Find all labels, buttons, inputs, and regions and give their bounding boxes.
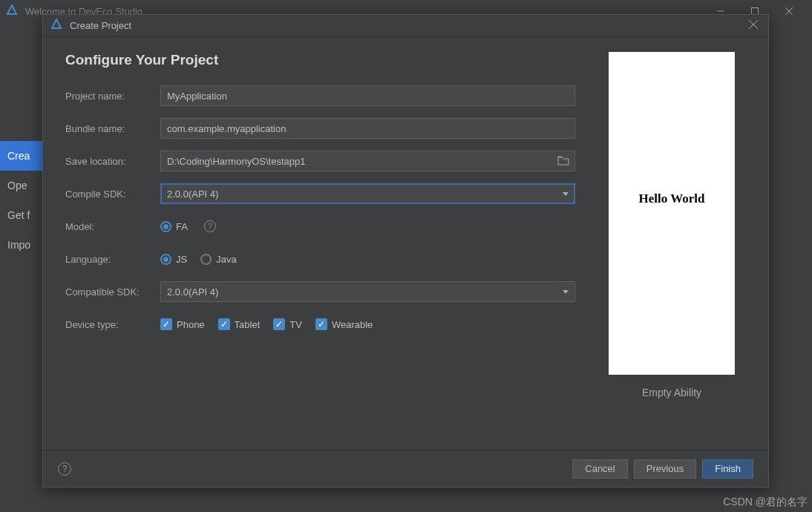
language-js-label: JS <box>176 254 187 265</box>
project-name-input[interactable] <box>160 85 575 106</box>
label-save-location: Save location: <box>65 156 160 167</box>
device-check-wearable[interactable]: ✓ Wearable <box>315 318 373 330</box>
dialog-logo-icon <box>50 19 62 33</box>
model-help-icon[interactable]: ? <box>204 220 216 232</box>
label-device-type: Device type: <box>65 319 160 330</box>
dialog-heading: Configure Your Project <box>65 52 575 68</box>
model-radio-fa[interactable]: FA <box>160 221 188 232</box>
sidebar-item-create[interactable]: Crea <box>0 141 45 171</box>
preview-template-label: Empty Ability <box>642 387 701 398</box>
compatible-sdk-select[interactable]: 2.0.0(API 4) <box>160 281 575 302</box>
sidebar-item-open[interactable]: Ope <box>0 171 45 200</box>
checkbox-checked-icon: ✓ <box>273 318 285 330</box>
previous-button[interactable]: Previous <box>634 459 697 479</box>
label-model: Model: <box>65 221 160 232</box>
dropdown-icon <box>563 192 569 196</box>
preview-column: Hello World Empty Ability <box>597 52 746 442</box>
watermark-text: CSDN @君的名字 <box>723 496 808 509</box>
save-location-input[interactable] <box>160 151 575 171</box>
sidebar-item-get[interactable]: Get f <box>0 200 45 230</box>
device-check-tablet[interactable]: ✓ Tablet <box>218 318 261 330</box>
radio-on-icon <box>160 221 171 232</box>
dropdown-icon <box>563 290 569 294</box>
create-project-dialog: Create Project Configure Your Project Pr… <box>42 14 769 488</box>
label-project-name: Project name: <box>65 91 160 102</box>
device-check-phone[interactable]: ✓ Phone <box>160 318 205 330</box>
device-check-tv[interactable]: ✓ TV <box>273 318 302 330</box>
radio-off-icon <box>200 254 212 265</box>
label-language: Language: <box>65 254 160 265</box>
dialog-footer: ? Cancel Previous Finish <box>43 450 768 487</box>
preview-pane: Hello World <box>609 52 735 375</box>
label-bundle-name: Bundle name: <box>65 123 160 134</box>
label-compatible-sdk: Compatible SDK: <box>65 286 160 298</box>
sidebar-item-import[interactable]: Impo <box>0 230 45 260</box>
label-compile-sdk: Compile SDK: <box>65 188 160 200</box>
browse-folder-icon[interactable] <box>557 155 569 168</box>
compatible-sdk-value: 2.0.0(API 4) <box>167 286 218 298</box>
model-fa-label: FA <box>176 221 188 232</box>
bundle-name-input[interactable] <box>160 118 575 139</box>
checkbox-checked-icon: ✓ <box>218 318 230 330</box>
footer-help-icon[interactable]: ? <box>58 462 71 476</box>
checkbox-checked-icon: ✓ <box>160 318 172 330</box>
dialog-title-text: Create Project <box>70 20 131 31</box>
language-radio-java[interactable]: Java <box>200 254 236 265</box>
close-button[interactable] <box>772 0 806 22</box>
finish-button[interactable]: Finish <box>702 459 753 479</box>
preview-text: Hello World <box>639 191 705 206</box>
compile-sdk-value: 2.0.0(API 4) <box>167 188 218 200</box>
cancel-button[interactable]: Cancel <box>572 459 627 479</box>
radio-on-icon <box>160 254 171 265</box>
language-java-label: Java <box>216 254 236 265</box>
dialog-titlebar: Create Project <box>43 15 768 37</box>
checkbox-checked-icon: ✓ <box>315 318 327 330</box>
dialog-close-icon[interactable] <box>746 17 761 34</box>
welcome-sidebar: Crea Ope Get f Impo <box>0 141 45 260</box>
language-radio-js[interactable]: JS <box>160 254 187 265</box>
app-logo-icon <box>6 4 18 19</box>
compile-sdk-select[interactable]: 2.0.0(API 4) <box>160 183 575 204</box>
